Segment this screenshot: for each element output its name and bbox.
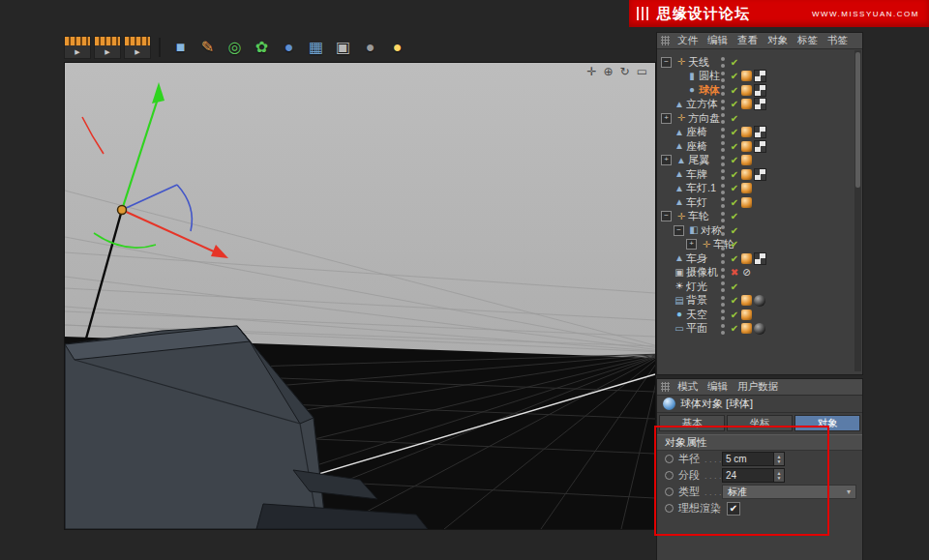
enable-check-icon[interactable]: ✔ [728, 85, 741, 96]
object-row[interactable]: ▲车灯.1✔ [657, 182, 862, 196]
light-tool-button[interactable]: ● [385, 36, 409, 59]
expander-closed-icon[interactable]: + [661, 113, 672, 124]
enable-check-icon[interactable]: ✔ [728, 211, 741, 221]
enable-check-icon[interactable]: ✔ [728, 253, 741, 264]
phong-tag-icon[interactable] [741, 323, 752, 334]
visibility-dots[interactable] [719, 140, 728, 152]
enable-check-icon[interactable]: ✔ [728, 295, 741, 306]
object-row[interactable]: −◧对称✔ [657, 223, 862, 238]
null-sphere-button[interactable]: ● [358, 36, 382, 59]
om-menu-3[interactable]: 对象 [767, 34, 788, 47]
object-row[interactable]: −✛车轮✔ [657, 210, 862, 224]
am-menu-1[interactable]: 编辑 [707, 380, 728, 394]
floor-environment-button[interactable]: ▦ [304, 36, 328, 59]
visibility-dots[interactable] [719, 309, 728, 320]
om-menu-5[interactable]: 书签 [827, 34, 848, 47]
om-menu-1[interactable]: 编辑 [707, 34, 728, 47]
spinner-down-icon[interactable]: ▼ [777, 476, 782, 481]
object-row[interactable]: −✛天线✔ [657, 55, 862, 70]
enable-check-icon[interactable]: ✔ [728, 113, 741, 124]
object-row[interactable]: ▲车牌✔ [657, 167, 862, 182]
enable-check-icon[interactable]: ✔ [728, 281, 741, 292]
visibility-dots[interactable] [719, 239, 728, 251]
object-row[interactable]: ▲立方体✔ [657, 98, 862, 112]
keyframe-dot[interactable] [665, 471, 674, 480]
cube-primitive-button[interactable]: ■ [168, 36, 193, 59]
tab-0[interactable]: 基本 [659, 415, 725, 431]
number-input[interactable]: 24 [722, 468, 774, 483]
metaball-button[interactable]: ● [277, 36, 301, 59]
expander-closed-icon[interactable]: + [686, 239, 697, 250]
tab-1[interactable]: 坐标 [727, 415, 793, 431]
subdivision-surface-button[interactable]: ◎ [223, 36, 247, 59]
object-tree-scrollbar[interactable] [854, 50, 861, 371]
object-row[interactable]: ▲车身✔ [657, 251, 862, 266]
toggle-view-view-icon[interactable]: ▭ [637, 65, 647, 78]
visibility-dots[interactable] [719, 295, 728, 307]
phong-tag-icon[interactable] [741, 295, 752, 306]
panel-grip-icon[interactable] [661, 382, 670, 392]
phong-tag-icon[interactable] [741, 169, 752, 180]
phong-tag-icon[interactable] [741, 155, 752, 165]
texture-tag-icon[interactable] [754, 126, 766, 138]
object-row[interactable]: ▲座椅✔ [657, 139, 862, 154]
visibility-dots[interactable] [719, 155, 728, 166]
phong-tag-icon[interactable] [741, 309, 752, 320]
enable-check-icon[interactable]: ✔ [728, 155, 741, 165]
phong-tag-icon[interactable] [741, 253, 752, 264]
gizmo-center-handle[interactable] [118, 206, 127, 215]
object-row[interactable]: ●球体✔ [657, 83, 862, 98]
om-menu-4[interactable]: 标签 [797, 34, 818, 47]
visibility-dots[interactable] [719, 71, 728, 82]
tab-2[interactable]: 对象 [794, 415, 860, 431]
visibility-dots[interactable] [719, 211, 728, 222]
phong-tag-icon[interactable] [741, 183, 752, 193]
phong-tag-icon[interactable] [741, 127, 752, 137]
spinner-down-icon[interactable]: ▼ [777, 459, 782, 464]
am-menu-2[interactable]: 用户数据 [737, 380, 778, 394]
enable-check-icon[interactable]: ✔ [728, 169, 741, 180]
texture-tag-icon[interactable] [754, 70, 766, 82]
scrollbar-thumb[interactable] [855, 52, 860, 188]
phong-tag-icon[interactable] [741, 141, 752, 152]
am-menu-0[interactable]: 模式 [677, 380, 698, 394]
enable-check-icon[interactable]: ✔ [728, 197, 741, 208]
enable-check-icon[interactable]: ✔ [728, 57, 741, 68]
enable-check-icon[interactable]: ✖ [728, 267, 741, 278]
expander-closed-icon[interactable]: + [661, 155, 672, 165]
object-row[interactable]: ●天空✔ [657, 308, 862, 322]
visibility-dots[interactable] [719, 56, 728, 68]
enable-check-icon[interactable]: ✔ [728, 225, 741, 236]
spinner-control[interactable]: ▲▼ [774, 468, 785, 483]
render-settings-button[interactable]: ▶ [124, 36, 151, 59]
spinner-control[interactable]: ▲▼ [774, 452, 785, 466]
visibility-dots[interactable] [719, 196, 728, 208]
keyframe-dot[interactable] [665, 504, 674, 513]
viewport-3d[interactable]: ✛⊕↻▭ [64, 62, 656, 530]
number-input[interactable]: 5 cm [722, 452, 774, 466]
visibility-dots[interactable] [719, 280, 728, 292]
rotate-view-icon[interactable]: ↻ [620, 65, 630, 78]
texture-tag-icon[interactable] [754, 252, 766, 265]
phong-tag-icon[interactable] [741, 71, 752, 81]
array-generator-button[interactable]: ✿ [250, 36, 274, 59]
phong-tag-icon[interactable] [741, 85, 752, 96]
visibility-dots[interactable] [719, 224, 728, 236]
property-checkbox[interactable]: ✔ [727, 502, 740, 516]
object-row[interactable]: ▲车灯✔ [657, 195, 862, 210]
enable-check-icon[interactable]: ✔ [728, 127, 741, 137]
object-row[interactable]: ▭平面✔ [657, 322, 862, 337]
visibility-dots[interactable] [719, 323, 728, 335]
type-dropdown[interactable]: 标准▾ [722, 485, 856, 499]
object-row[interactable]: +✛方向盘✔ [657, 111, 862, 126]
keyframe-dot[interactable] [665, 487, 674, 496]
enable-check-icon[interactable]: ✔ [728, 323, 741, 334]
keyframe-dot[interactable] [665, 455, 674, 463]
material-tag-icon[interactable] [754, 323, 765, 335]
object-row[interactable]: ☀灯光✔ [657, 280, 862, 294]
expander-open-icon[interactable]: − [674, 225, 684, 236]
enable-check-icon[interactable]: ✔ [728, 239, 741, 250]
enable-check-icon[interactable]: ✔ [728, 141, 741, 152]
panel-grip-icon[interactable] [661, 36, 670, 45]
phong-tag-icon[interactable] [741, 197, 752, 208]
